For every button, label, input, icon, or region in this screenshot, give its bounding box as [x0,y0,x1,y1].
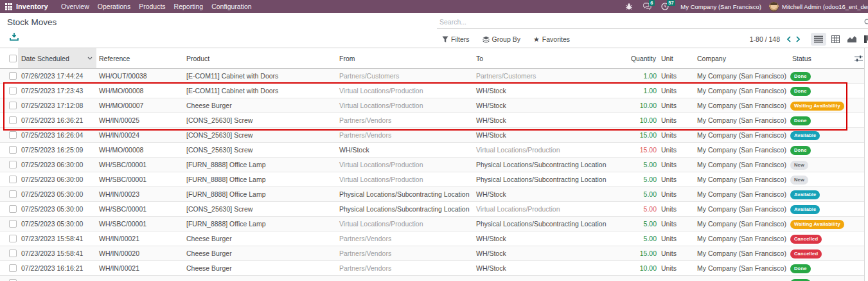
activities-clock-icon[interactable]: 57 [660,2,669,11]
cell-date-scheduled: 07/22/2023 16:16:21 [18,264,96,272]
export-icon[interactable] [10,32,19,41]
cell-status: Done [790,116,850,125]
apps-menu-icon[interactable] [5,3,12,10]
cell-unit: Units [659,102,695,109]
table-row-partial[interactable]: Done [0,276,868,281]
table-row[interactable]: 07/25/2023 05:30:00WH/IN/00023[FURN_8888… [0,187,868,202]
search-input[interactable]: Search... [437,15,868,29]
table-row[interactable]: 07/23/2023 15:58:41WH/IN/00021Cheese Bur… [0,231,868,246]
status-badge: Done [790,72,811,81]
menu-overview[interactable]: Overview [57,3,94,10]
column-header-unit[interactable]: Unit [659,55,695,62]
group-by-button[interactable]: Group By [483,35,520,43]
column-header-reference[interactable]: Reference [96,55,184,62]
cell-date-scheduled: 07/25/2023 17:23:43 [18,87,96,95]
cell-quantity: 15.00 [626,249,659,257]
messages-icon[interactable]: 6 [642,2,651,11]
pager-next-button[interactable] [793,36,803,42]
cell-product: [CONS_25630] Screw [184,116,337,124]
cell-status: Waiting Availability [790,219,850,229]
cell-status: Done [790,86,850,96]
top-navbar: Inventory Overview Operations Products R… [0,0,868,13]
row-checkbox[interactable] [9,235,17,242]
filters-button[interactable]: Filters [442,35,470,43]
row-checkbox[interactable] [9,87,17,95]
select-all-checkbox[interactable] [9,55,17,62]
row-checkbox[interactable] [9,161,17,168]
cell-company: My Company (San Francisco) [695,205,790,213]
menu-configuration[interactable]: Configuration [208,3,256,10]
search-icon [864,19,868,26]
cell-status: Done [790,145,850,155]
column-header-company[interactable]: Company [695,55,790,62]
table-row[interactable]: 07/26/2023 17:44:24WH/OUT/00038[E-COM11]… [0,69,868,84]
menu-operations[interactable]: Operations [93,3,134,10]
cell-to: Partners/Customers [474,72,626,80]
view-switch-list[interactable] [811,33,826,46]
table-row[interactable]: 07/25/2023 16:26:04WH/IN/00024[CONS_2563… [0,128,868,143]
row-checkbox[interactable] [9,72,17,80]
cell-date-scheduled: 07/25/2023 06:30:00 [18,161,96,168]
cell-reference: WH/IN/00024 [96,131,184,139]
table-row[interactable]: 07/25/2023 05:30:00WH/SBC/00001[FURN_888… [0,217,868,231]
table-row[interactable]: 07/25/2023 06:30:00WH/SBC/00001[FURN_888… [0,172,868,187]
column-header-date-scheduled[interactable]: Date Scheduled [18,48,96,68]
scrollbar-gutter[interactable] [864,48,868,281]
row-checkbox[interactable] [9,116,17,124]
cell-date-scheduled: 07/25/2023 16:25:09 [18,146,96,154]
row-checkbox[interactable] [9,205,17,213]
table-row[interactable]: 07/25/2023 05:30:00WH/SBC/00001[CONS_256… [0,202,868,217]
status-badge: Done [790,146,811,155]
pager-previous-button[interactable] [784,36,793,42]
row-checkbox[interactable] [9,102,17,109]
user-avatar[interactable] [769,2,779,12]
app-name[interactable]: Inventory [16,3,48,10]
cell-status: Done [790,71,850,81]
cell-quantity: 15.00 [626,131,659,139]
status-badge: Available [790,205,820,214]
company-switcher[interactable]: My Company (San Francisco) [680,3,761,10]
column-header-to[interactable]: To [474,55,626,62]
favorites-button[interactable]: ★ Favorites [533,35,570,43]
cell-date-scheduled: 07/25/2023 05:30:00 [18,190,96,198]
user-menu[interactable]: Mitchell Admin (odoo16_ent_dem [782,3,868,10]
cell-company: My Company (San Francisco) [695,249,790,257]
menu-reporting[interactable]: Reporting [170,3,208,10]
cell-to: Virtual Locations/Production [474,205,626,213]
cell-from: Partners/Vendors [337,249,474,257]
row-checkbox[interactable] [9,146,17,154]
column-header-quantity[interactable]: Quantity [626,55,659,62]
table-header-row: Date Scheduled Reference Product From To… [0,48,868,69]
row-checkbox[interactable] [9,176,17,183]
cell-quantity: 10.00 [626,102,659,109]
view-switch-kanban[interactable] [861,33,868,46]
pager-range: 1-80 / 148 [750,35,780,43]
view-switch-pivot[interactable] [828,33,843,46]
row-checkbox[interactable] [9,249,17,257]
cell-date-scheduled: 07/25/2023 16:26:04 [18,131,96,139]
column-header-status[interactable]: Status [790,55,850,62]
table-row[interactable]: 07/25/2023 17:12:08WH/MO/00007Cheese Bur… [0,98,868,113]
menu-products[interactable]: Products [135,3,170,10]
table-row[interactable]: 07/25/2023 06:30:00WH/SBC/00001[FURN_888… [0,158,868,172]
cell-from: Partners/Customers [337,72,474,80]
cell-reference: WH/SBC/00001 [96,220,184,228]
table-row[interactable]: 07/23/2023 15:58:41WH/IN/00020Cheese Bur… [0,246,868,261]
cell-unit: Units [659,131,695,139]
table-row[interactable]: 07/25/2023 16:36:21WH/IN/00025[CONS_2563… [0,113,868,128]
cell-product: [FURN_8888] Office Lamp [184,161,337,168]
row-checkbox[interactable] [9,220,17,228]
cell-company: My Company (San Francisco) [695,87,790,95]
table-row[interactable]: 07/25/2023 16:25:09WH/MO/00008[CONS_2563… [0,143,868,158]
table-row[interactable]: 07/22/2023 16:16:21WH/IN/00021Cheese Bur… [0,261,868,276]
column-header-from[interactable]: From [337,55,474,62]
cell-from: Physical Locations/Subcontracting Locati… [337,205,474,213]
row-checkbox[interactable] [9,190,17,198]
row-checkbox[interactable] [9,264,17,272]
view-switch-graph[interactable] [844,33,860,46]
debug-bug-icon[interactable] [624,2,633,11]
column-header-product[interactable]: Product [184,55,337,62]
cell-status: New [790,175,850,185]
row-checkbox[interactable] [9,131,17,139]
table-row[interactable]: 07/25/2023 17:23:43WH/MO/00008[E-COM11] … [0,84,868,98]
